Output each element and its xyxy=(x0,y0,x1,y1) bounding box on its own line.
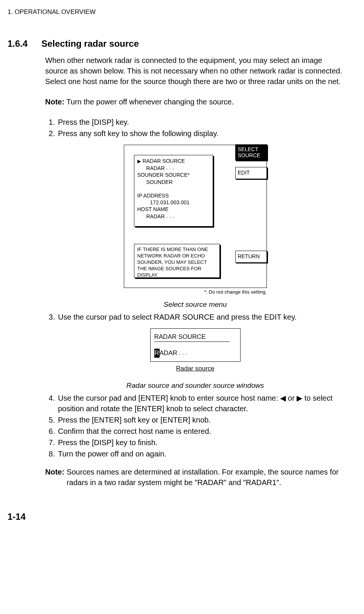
step-2: 2.Press any soft key to show the followi… xyxy=(45,128,345,139)
note-label: Note: xyxy=(45,467,67,488)
step-text: Press the [DISP] key to finish. xyxy=(58,437,345,448)
dashes: - - - xyxy=(166,166,174,171)
dashes: - - - xyxy=(179,351,187,356)
step-num: 4. xyxy=(45,393,58,414)
host-name-label: HOST NAME xyxy=(137,206,169,212)
radar-source-label: RADAR SOURCE xyxy=(142,158,185,164)
note-2-text: Sources names are determined at installa… xyxy=(67,467,345,488)
radar-source-window: RADAR SOURCE RADAR - - - xyxy=(150,328,241,362)
step-num: 8. xyxy=(45,449,58,459)
step-num: 2. xyxy=(45,128,58,139)
step-text: Press the [ENTER] soft key or [ENTER] kn… xyxy=(58,415,345,425)
step-8: 8.Turn the power off and on again. xyxy=(45,449,345,459)
step-num: 6. xyxy=(45,426,58,436)
cursor-character: R xyxy=(154,349,160,358)
step-num: 5. xyxy=(45,415,58,425)
step-7: 7.Press the [DISP] key to finish. xyxy=(45,437,345,448)
radar-source-input[interactable]: RADAR - - - xyxy=(154,349,236,358)
ip-address-value: 172.031.003.001 xyxy=(137,199,210,206)
steps-list-3: 4. Use the cursor pad and [ENTER] knob t… xyxy=(45,393,345,459)
ip-address-label: IP ADDRESS xyxy=(137,193,169,199)
radar-source-figure: RADAR SOURCE RADAR - - - Radar source Ra… xyxy=(45,326,345,393)
dashes: - - - xyxy=(166,214,174,219)
note-1-text: Turn the power off whenever changing the… xyxy=(64,98,234,106)
steps-list-2: 3.Use the cursor pad to select RADAR SOU… xyxy=(45,312,345,322)
steps-list-1: 1.Press the [DISP] key. 2.Press any soft… xyxy=(45,117,345,139)
radar-source-title: RADAR SOURCE xyxy=(154,332,230,342)
step-3: 3.Use the cursor pad to select RADAR SOU… xyxy=(45,312,345,322)
step-text: Confirm that the correct host name is en… xyxy=(58,426,345,436)
step-5: 5.Press the [ENTER] soft key or [ENTER] … xyxy=(45,415,345,425)
sounder-source-label: SOUNDER SOURCE* xyxy=(137,172,190,178)
section-number: 1.6.4 xyxy=(8,37,41,50)
return-softkey[interactable]: RETURN xyxy=(235,251,267,263)
step-text: Use the cursor pad and [ENTER] knob to e… xyxy=(58,393,345,414)
message-box: IF THERE IS MORE THAN ONE NETWORK RADAR … xyxy=(134,244,220,278)
step-4: 4. Use the cursor pad and [ENTER] knob t… xyxy=(45,393,345,414)
step-1: 1.Press the [DISP] key. xyxy=(45,117,345,127)
radar-value: RADAR xyxy=(146,165,165,171)
step-text: Use the cursor pad to select RADAR SOURC… xyxy=(58,312,345,322)
softkey-label-l2: SOURCE xyxy=(238,152,260,158)
softkey-column: SELECT SOURCE EDIT xyxy=(235,144,267,185)
edit-softkey[interactable]: EDIT xyxy=(235,167,267,179)
step-num: 3. xyxy=(45,312,58,322)
step-text: Press any soft key to show the following… xyxy=(58,128,345,139)
select-source-softkey[interactable]: SELECT SOURCE xyxy=(235,144,267,161)
input-rest: ADAR xyxy=(160,349,177,357)
arrow-left-icon: ◀ xyxy=(280,394,286,402)
step-text: Press the [DISP] key. xyxy=(58,117,345,127)
page-header: 1. OPERATIONAL OVERVIEW xyxy=(8,8,353,17)
section-title: Selecting radar source xyxy=(41,37,139,50)
section-header: 1.6.4 Selecting radar source xyxy=(8,37,353,50)
page-footer: 1-14 xyxy=(8,510,353,523)
sounder-value: SOUNDER xyxy=(137,179,210,185)
intro-paragraph: When other network radar is connected to… xyxy=(45,55,345,87)
note-label: Note: xyxy=(45,98,64,106)
footnote: *: Do not change this setting. xyxy=(124,289,267,296)
softkey-label-l1: SELECT xyxy=(238,146,258,152)
menu-box: ▶ RADAR SOURCE RADAR - - - SOUNDER SOURC… xyxy=(134,155,213,227)
select-source-figure: ▶ RADAR SOURCE RADAR - - - SOUNDER SOURC… xyxy=(45,142,345,312)
note-2: Note: Sources names are determined at in… xyxy=(45,467,345,488)
step-4-mid: or xyxy=(286,394,297,402)
note-1: Note: Turn the power off whenever changi… xyxy=(45,96,345,107)
cursor-pointer-icon: ▶ xyxy=(137,158,141,164)
figure-caption-1: Select source menu xyxy=(164,300,227,310)
step-num: 1. xyxy=(45,117,58,127)
radar-source-label-caption: Radar source xyxy=(176,364,214,373)
step-4-pre: Use the cursor pad and [ENTER] knob to e… xyxy=(58,394,280,402)
step-6: 6.Confirm that the correct host name is … xyxy=(45,426,345,436)
host-name-value: RADAR xyxy=(146,213,165,219)
arrow-right-icon: ▶ xyxy=(297,394,302,402)
step-num: 7. xyxy=(45,437,58,448)
step-text: Turn the power off and on again. xyxy=(58,449,345,459)
screen-frame: ▶ RADAR SOURCE RADAR - - - SOUNDER SOURC… xyxy=(124,145,267,288)
figure-caption-2: Radar source and sounder source windows xyxy=(126,381,264,391)
